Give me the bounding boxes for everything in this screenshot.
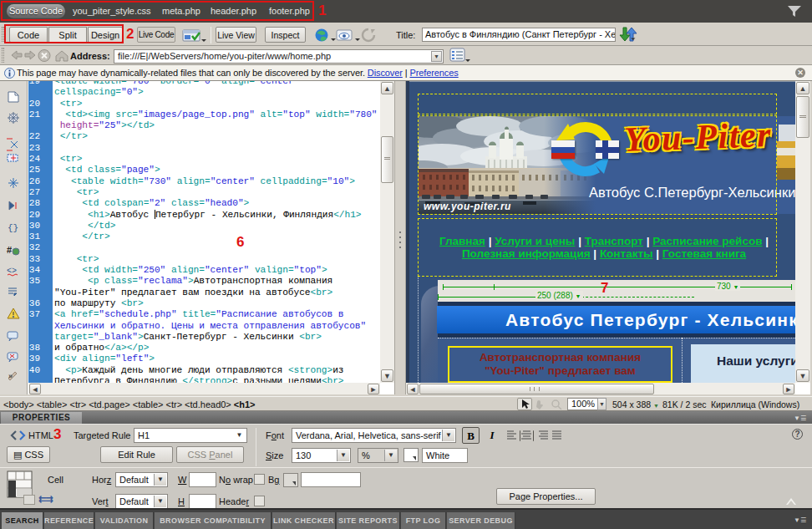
svg-text:{}: {} [8, 223, 18, 233]
svg-text:#: # [7, 245, 12, 255]
